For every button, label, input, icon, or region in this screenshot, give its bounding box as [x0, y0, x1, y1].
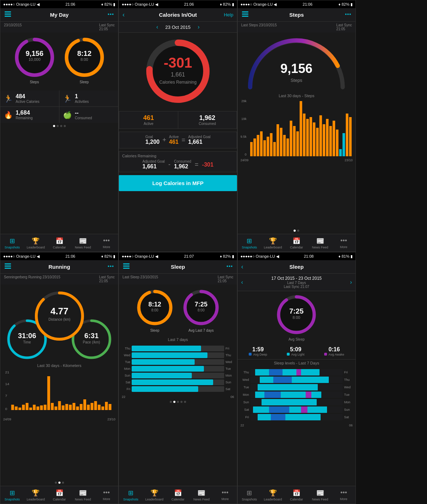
app-grid: ●●●●○ Orange-LU ◀ 21:06 ♦ 82% ▮ My Day 2… [0, 0, 356, 504]
status-bar-2: ●●●●○ Orange-LU ◀ 21:06 ♦ 82% ▮ [119, 0, 237, 8]
svg-point-114 [227, 266, 228, 267]
steps-ring: 9,156 10,000 Steps [13, 36, 56, 84]
battery-1: ♦ 82% ▮ [101, 2, 116, 7]
svg-rect-103 [83, 399, 86, 410]
battery-5: ♦ 82% ▮ [220, 254, 234, 259]
svg-rect-87 [26, 403, 28, 410]
svg-rect-99 [69, 405, 72, 410]
tab-calendar-5[interactable]: 📅 Calendar [166, 489, 190, 501]
svg-rect-41 [286, 138, 289, 156]
leaderboard-label-3: Leaderboard [264, 246, 282, 249]
back-button-2[interactable]: ‹ [122, 11, 125, 19]
running-chart-title: Last 30 days - Kilometers [3, 363, 115, 368]
sleep-chart-title: Last 7 days [119, 337, 237, 342]
tab-newsfeed-4[interactable]: 📰 News Feed [71, 489, 95, 501]
sleep-nav-icon [122, 262, 130, 272]
snapshots-icon-5: ⊞ [128, 489, 133, 497]
calendar-icon-1: 📅 [56, 237, 63, 245]
newsfeed-icon-3: 📰 [316, 237, 324, 245]
svg-rect-60 [349, 117, 352, 156]
tab-more-5[interactable]: ••• More [213, 489, 237, 501]
prev-date-btn[interactable]: ‹ [156, 24, 158, 30]
tab-more-3[interactable]: ••• More [332, 237, 355, 249]
log-calories-btn[interactable]: Log Calories in MFP [119, 175, 237, 191]
svg-rect-36 [270, 133, 272, 156]
tab-calendar-1[interactable]: 📅 Calendar [48, 237, 71, 249]
avg-deep-val: 1:59 [249, 346, 267, 353]
svg-rect-35 [267, 137, 269, 156]
cal-eq-row-1: 461 Active 1,962 Consumed [119, 111, 237, 129]
tab-leaderboard-1[interactable]: 🏆 Leaderboard [24, 237, 47, 249]
tab-newsfeed-6[interactable]: 📰 News Feed [308, 489, 332, 501]
active-cal-label: Active Calories [16, 100, 39, 104]
battery-3: ♦ 82% ▮ [338, 2, 353, 7]
sleep-timeline: ThuFri WedThu TueWed MonTue SunMon SatSu… [238, 367, 355, 423]
tab-calendar-4[interactable]: 📅 Calendar [48, 489, 71, 501]
svg-point-5 [112, 14, 114, 15]
time-6: 21:08 [304, 254, 314, 258]
back-button-6[interactable]: ‹ [241, 263, 243, 271]
tab-calendar-3[interactable]: 📅 Calendar [285, 237, 308, 249]
detail-next-btn[interactable]: › [350, 279, 352, 285]
nav-dots-1[interactable] [107, 10, 115, 20]
formula-row-1: Goal 1,200 + Active 461 = Adjusted Goal … [122, 135, 233, 145]
tab-bar-4: ⊞ Snapshots 🏆 Leaderboard 📅 Calendar 📰 N… [0, 486, 118, 504]
sync-bar-5: Last Sleep 23/10/2015 Last Sync21:05 [119, 274, 237, 284]
svg-rect-84 [15, 406, 18, 410]
sync-bar-3: Last Steps 23/10/2015 Last Sync21:05 [238, 22, 355, 32]
nav-dots-4[interactable] [107, 262, 115, 272]
calendar-icon-6: 📅 [292, 489, 300, 497]
nav-bar-6: ‹ Sleep [238, 260, 355, 274]
sleep-stats-row: 1:59 Avg Deep 5:09 Avg Light 0:16 Avg Aw… [238, 343, 355, 359]
tab-more-6[interactable]: ••• More [332, 489, 355, 501]
activities-value: 1 [75, 93, 89, 100]
sleep-ring-2-label: Avg Last 7 days [188, 329, 214, 332]
svg-text:-301: -301 [164, 55, 192, 70]
tab-snapshots-5[interactable]: ⊞ Snapshots [119, 489, 142, 501]
sleep-bars: ThuFri WedThu TueWed MonTue SunMon SatSu… [119, 343, 237, 394]
nav-dots-5[interactable] [226, 262, 233, 272]
next-date-btn[interactable]: › [197, 24, 199, 30]
svg-rect-63 [5, 268, 11, 269]
tab-leaderboard-6[interactable]: 🏆 Leaderboard [261, 489, 285, 501]
svg-point-3 [108, 14, 109, 15]
tab-more-4[interactable]: ••• More [95, 489, 118, 501]
svg-rect-112 [123, 266, 130, 267]
sleep-detail-header: ‹ 17 Oct 2015 - 23 Oct 2015 Last 7 Days … [238, 274, 355, 291]
more-icon-3: ••• [340, 237, 347, 245]
tab-snapshots-1[interactable]: ⊞ Snapshots [0, 237, 24, 249]
tab-leaderboard-3[interactable]: 🏆 Leaderboard [261, 237, 285, 249]
more-label-3: More [340, 245, 348, 249]
svg-rect-55 [332, 121, 335, 156]
tab-newsfeed-1[interactable]: 📰 News Feed [71, 237, 95, 249]
tab-calendar-6[interactable]: 📅 Calendar [285, 489, 308, 501]
tab-leaderboard-4[interactable]: 🏆 Leaderboard [24, 489, 47, 501]
detail-prev-btn[interactable]: ‹ [241, 279, 243, 285]
tab-newsfeed-3[interactable]: 📰 News Feed [308, 237, 332, 249]
newsfeed-label-5: News Feed [193, 498, 210, 501]
time-3: 21:06 [303, 2, 313, 6]
tab-snapshots-6[interactable]: ⊞ Snapshots [238, 489, 261, 501]
nav-dots-3[interactable] [344, 10, 352, 20]
panel-sleep: ●●●●○ Orange-LU ◀ 21:07 ♦ 82% ▮ Sleep La… [118, 252, 237, 504]
tab-newsfeed-5[interactable]: 📰 News Feed [190, 489, 213, 501]
time-1: 21:06 [65, 2, 75, 6]
newsfeed-icon-6: 📰 [316, 489, 324, 497]
running-chart-labels: 24/0923/10 [3, 418, 115, 421]
svg-rect-42 [290, 121, 292, 156]
cal-consumed-lbl: Consumed [180, 122, 235, 126]
tab-snapshots-4[interactable]: ⊞ Snapshots [0, 489, 24, 501]
steps-chart-y: 29k19k9.5k0 [241, 99, 353, 158]
svg-rect-89 [33, 405, 36, 410]
battery-4: ♦ 82% ▮ [101, 254, 116, 259]
tab-more-1[interactable]: ••• More [95, 237, 118, 249]
help-button-2[interactable]: Help [224, 12, 233, 17]
sleep-date-range: 17 Oct 2015 - 23 Oct 2015 [272, 276, 322, 281]
nav-bar-4: Running [0, 260, 118, 274]
tab-snapshots-3[interactable]: ⊞ Snapshots [238, 237, 261, 249]
tab-leaderboard-5[interactable]: 🏆 Leaderboard [143, 489, 166, 501]
dot-1-2 [57, 125, 59, 127]
svg-rect-47 [306, 119, 309, 156]
active-cal-value: 484 [16, 93, 39, 100]
svg-rect-107 [98, 405, 101, 410]
